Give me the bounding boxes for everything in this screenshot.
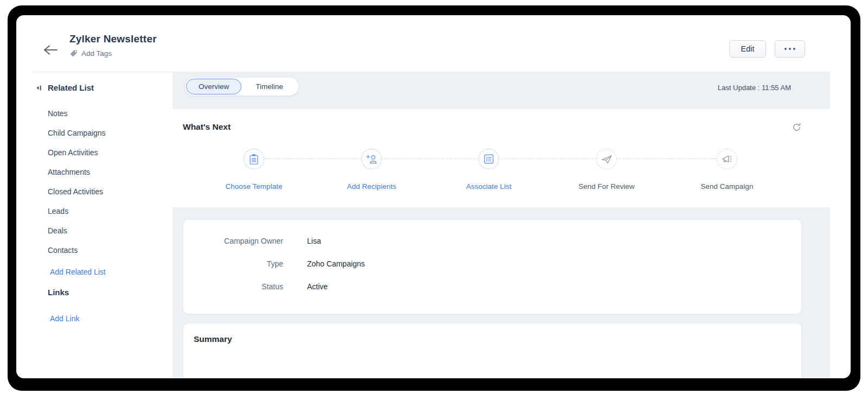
step-circle-send-campaign — [717, 149, 737, 169]
sidebar-item-contacts[interactable]: Contacts — [32, 240, 173, 260]
more-actions-button[interactable] — [775, 40, 805, 58]
sidebar-item-child-campaigns[interactable]: Child Campaigns — [32, 123, 173, 143]
ellipsis-icon — [789, 48, 791, 50]
sidebar-item-attachments[interactable]: Attachments — [32, 162, 173, 182]
refresh-button[interactable] — [792, 122, 802, 132]
step-label-send-for-review: Send For Review — [552, 182, 661, 191]
send-campaign-icon — [721, 154, 733, 164]
tab-overview[interactable]: Overview — [186, 79, 241, 94]
step-associate-list[interactable]: Associate List — [435, 149, 543, 191]
related-list-sidebar: Related List Notes Child Campaigns Open … — [32, 72, 173, 378]
step-send-campaign: Send Campaign — [673, 149, 781, 191]
detail-value: Zoho Campaigns — [307, 259, 365, 268]
refresh-icon — [792, 123, 801, 132]
detail-row-campaign-owner: Campaign Owner Lisa — [183, 230, 801, 252]
detail-value: Active — [307, 282, 328, 291]
related-list-heading: Related List — [36, 83, 173, 92]
ellipsis-icon — [793, 48, 795, 50]
step-send-for-review: Send For Review — [552, 149, 661, 191]
whats-next-heading: What's Next — [183, 122, 231, 132]
back-button[interactable] — [42, 43, 60, 56]
sidebar-item-closed-activities[interactable]: Closed Activities — [32, 182, 173, 201]
step-label-send-campaign: Send Campaign — [673, 182, 781, 191]
add-related-list-link[interactable]: Add Related List — [32, 262, 173, 282]
associate-list-icon — [483, 154, 494, 164]
step-choose-template[interactable]: Choose Template — [200, 149, 308, 191]
summary-heading: Summary — [194, 334, 801, 344]
related-list-heading-label: Related List — [48, 83, 94, 92]
detail-value: Lisa — [307, 237, 321, 245]
detail-label: Campaign Owner — [183, 237, 283, 245]
page-title: Zylker Newsletter — [69, 33, 157, 45]
step-circle-send-for-review — [596, 149, 617, 169]
template-icon — [249, 154, 259, 165]
sidebar-item-open-activities[interactable]: Open Activities — [32, 143, 173, 162]
step-label-choose-template[interactable]: Choose Template — [200, 182, 308, 191]
send-review-icon — [601, 154, 612, 164]
ellipsis-icon — [784, 48, 787, 50]
detail-row-type: Type Zoho Campaigns — [183, 252, 801, 275]
last-update-text: Last Update : 11:55 AM — [718, 84, 791, 92]
step-circle-associate-list[interactable] — [478, 149, 499, 169]
links-heading: Links — [48, 288, 173, 299]
add-tags-button[interactable]: Add Tags — [69, 49, 112, 58]
tab-band: Overview Timeline Last Update : 11:55 AM — [173, 72, 830, 109]
step-label-associate-list[interactable]: Associate List — [435, 182, 543, 191]
app-window: Zylker Newsletter Add Tags Edit Related … — [16, 15, 851, 378]
step-add-recipients[interactable]: Add Recipients — [317, 149, 426, 191]
detail-row-status: Status Active — [183, 275, 801, 298]
whats-next-section: What's Next Choose Template — [173, 109, 830, 207]
main-content: Overview Timeline Last Update : 11:55 AM… — [173, 72, 830, 378]
add-tags-label: Add Tags — [81, 49, 112, 58]
step-label-add-recipients[interactable]: Add Recipients — [317, 182, 426, 191]
step-circle-add-recipients[interactable] — [361, 149, 382, 169]
edit-button[interactable]: Edit — [729, 40, 766, 58]
add-recipients-icon — [366, 154, 378, 164]
sidebar-item-deals[interactable]: Deals — [32, 221, 173, 240]
sidebar-item-notes[interactable]: Notes — [32, 104, 173, 123]
detail-label: Status — [183, 282, 283, 291]
tab-timeline[interactable]: Timeline — [241, 82, 297, 91]
summary-card: Summary — [183, 323, 802, 378]
sidebar-item-leads[interactable]: Leads — [32, 201, 173, 221]
tag-icon — [69, 49, 78, 58]
tab-group: Overview Timeline — [185, 78, 298, 96]
detail-label: Type — [183, 259, 283, 268]
collapse-panel-icon[interactable] — [36, 85, 42, 91]
back-arrow-icon — [42, 43, 60, 56]
add-link-link[interactable]: Add Link — [32, 309, 173, 328]
campaign-details-card: Campaign Owner Lisa Type Zoho Campaigns … — [183, 219, 802, 314]
step-circle-choose-template[interactable] — [244, 149, 264, 169]
